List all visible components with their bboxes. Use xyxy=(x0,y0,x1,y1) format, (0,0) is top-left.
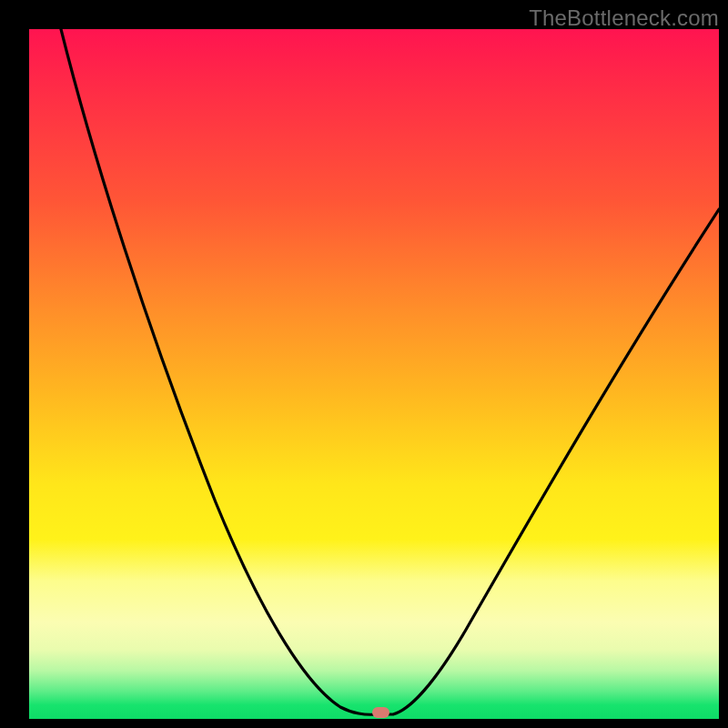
plot-area xyxy=(29,29,719,719)
watermark-text: TheBottleneck.com xyxy=(529,5,719,31)
optimum-marker xyxy=(372,707,389,718)
bottleneck-curve xyxy=(29,29,719,719)
chart-frame: TheBottleneck.com xyxy=(0,0,728,728)
